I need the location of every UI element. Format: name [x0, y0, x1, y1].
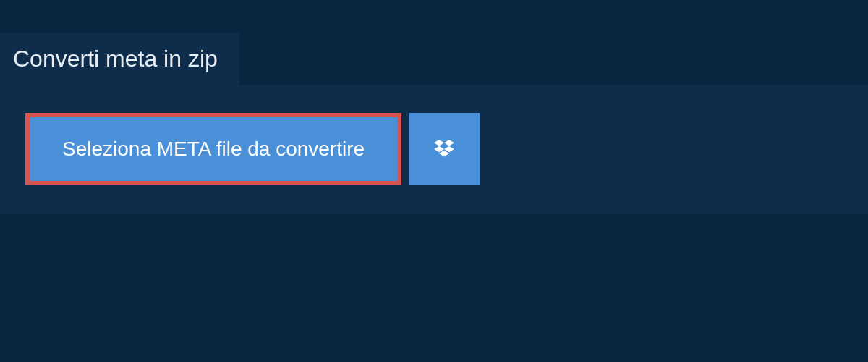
- dropbox-button[interactable]: [409, 113, 480, 185]
- content-panel: Seleziona META file da convertire: [0, 85, 868, 214]
- button-row: Seleziona META file da convertire: [25, 113, 843, 185]
- tab-convert[interactable]: Converti meta in zip: [0, 33, 239, 85]
- dropbox-icon: [434, 140, 454, 159]
- tab-bar: Converti meta in zip: [0, 0, 868, 85]
- select-file-button[interactable]: Seleziona META file da convertire: [25, 113, 401, 185]
- select-file-label: Seleziona META file da convertire: [62, 138, 365, 161]
- tab-label: Converti meta in zip: [13, 46, 218, 72]
